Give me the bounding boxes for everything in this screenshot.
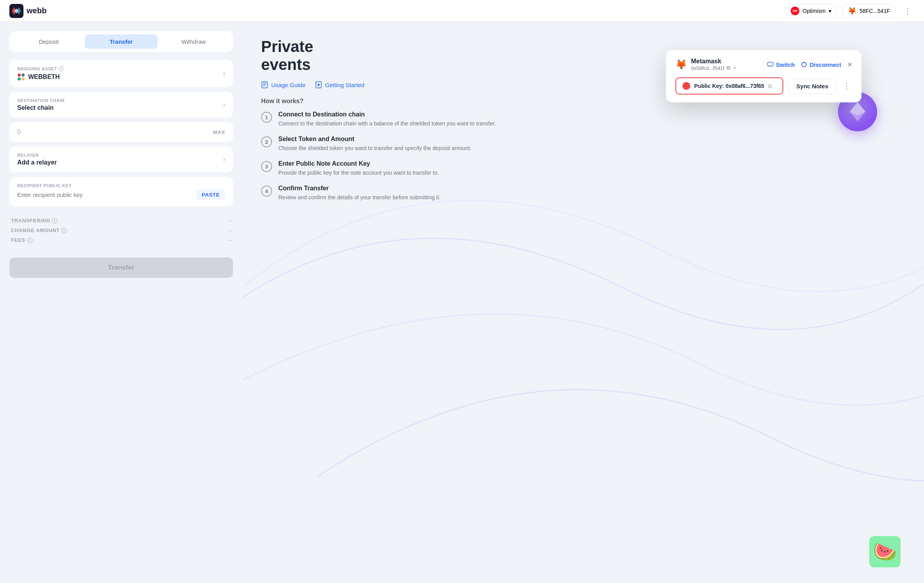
left-panel: Deposit Transfer Withdraw BRIDGING ASSET… — [0, 22, 242, 583]
relayer-value: Add a relayer — [17, 159, 57, 166]
metamask-title: Metamask — [691, 58, 736, 65]
topnav: webb OP Optimism ▾ 🦊 58FC...541F ⋮ — [0, 0, 924, 22]
main-layout: Deposit Transfer Withdraw BRIDGING ASSET… — [0, 22, 924, 583]
change-amount-value: -- — [228, 227, 231, 233]
amount-field: MAX — [9, 122, 233, 142]
popup-header: 🦊 Metamask 0x58fcd...f541f ⧉ ↗ Switch — [675, 58, 852, 71]
svg-point-2 — [21, 73, 25, 77]
step-4-number: 4 — [261, 186, 272, 197]
change-amount-info-icon: i — [61, 228, 67, 233]
popup-close-button[interactable]: × — [847, 60, 852, 69]
pubkey-box: Public Key: 0x08af6...73f65 ⧉ — [675, 77, 783, 95]
fees-row: FEES i -- — [11, 235, 231, 245]
fees-label: FEES i — [11, 237, 32, 243]
step-2-desc: Choose the shielded token you want to tr… — [278, 144, 471, 152]
wallet-address: 58FC...541F — [860, 8, 890, 14]
logo-icon — [9, 4, 23, 18]
amount-input[interactable] — [17, 129, 213, 136]
tab-transfer[interactable]: Transfer — [85, 34, 157, 49]
transferring-info-icon: i — [52, 218, 57, 224]
metamask-address: 0x58fcd...f541f ⧉ ↗ — [691, 65, 736, 71]
disconnect-button[interactable]: Disconnect — [801, 61, 841, 68]
logo-text: webb — [27, 6, 47, 15]
chain-name: Optimism — [802, 8, 826, 14]
popup-actions: Switch Disconnect × — [767, 60, 852, 69]
transferring-row: TRANSFERING i -- — [11, 216, 231, 225]
bridging-asset-chevron-icon: › — [223, 70, 225, 77]
switch-icon — [767, 61, 774, 68]
tab-withdraw[interactable]: Withdraw — [158, 34, 230, 49]
metamask-popup: 🦊 Metamask 0x58fcd...f541f ⧉ ↗ Switch — [666, 50, 861, 102]
svg-rect-7 — [262, 82, 267, 88]
step-2-number: 2 — [261, 136, 272, 147]
step-4: 4 Confirm Transfer Review and confirm th… — [261, 185, 905, 202]
step-1-desc: Connect to the destination chain with a … — [278, 120, 496, 128]
bridging-asset-info-icon: i — [59, 66, 64, 72]
book-icon — [261, 81, 268, 88]
wallet-fox-icon: 🦊 — [848, 7, 856, 15]
sync-notes-button[interactable]: Sync Notes — [788, 79, 836, 94]
fees-value: -- — [228, 237, 231, 243]
recipient-label: RECIPIENT PUBLIC KEY — [17, 183, 225, 188]
play-icon — [315, 81, 322, 88]
wallet-button[interactable]: 🦊 58FC...541F — [842, 4, 896, 18]
destination-chain-value: Select chain — [17, 104, 64, 111]
chain-chevron-icon: ▾ — [829, 8, 831, 14]
topnav-right: OP Optimism ▾ 🦊 58FC...541F ⋮ — [785, 4, 915, 18]
relayer-chevron-icon: › — [223, 156, 225, 163]
switch-button[interactable]: Switch — [767, 61, 795, 68]
paste-button[interactable]: PASTE — [196, 190, 225, 200]
relayer-field[interactable]: RELAYER Add a relayer › — [9, 147, 233, 172]
right-content: 🍉 Privateevents Usage Guide Getting Star… — [242, 22, 924, 583]
tabs-container: Deposit Transfer Withdraw — [9, 31, 233, 52]
getting-started-link[interactable]: Getting Started — [315, 81, 365, 88]
transfer-button[interactable]: Transfer — [9, 258, 233, 278]
step-4-title: Confirm Transfer — [278, 185, 441, 192]
external-address-icon[interactable]: ↗ — [732, 66, 736, 71]
chain-selector-button[interactable]: OP Optimism ▾ — [785, 4, 837, 18]
step-2: 2 Select Token and Amount Choose the shi… — [261, 136, 905, 152]
step-4-desc: Review and confirm the details of your t… — [278, 193, 441, 202]
popup-more-button[interactable]: ⋮ — [841, 80, 852, 92]
step-1: 1 Connect to Destination chain Connect t… — [261, 111, 905, 128]
copy-address-icon[interactable]: ⧉ — [727, 65, 730, 71]
metamask-fox-icon: 🦊 — [675, 59, 687, 70]
transferring-value: -- — [228, 218, 231, 224]
copy-pubkey-icon[interactable]: ⧉ — [768, 83, 772, 89]
bridging-asset-field[interactable]: BRIDGING ASSET i WEBBETH › — [9, 60, 233, 87]
webbeth-logo-icon — [17, 73, 25, 81]
usage-guide-link[interactable]: Usage Guide — [261, 81, 306, 88]
step-1-title: Connect to Destination chain — [278, 111, 496, 118]
step-3-desc: Provide the public key for the note acco… — [278, 169, 439, 177]
step-3-title: Enter Public Note Account Key — [278, 160, 439, 167]
fees-info-icon: i — [27, 238, 32, 243]
how-it-works-section: How it works? 1 Connect to Destination c… — [261, 98, 905, 202]
bridging-asset-value: WEBBETH — [17, 73, 64, 81]
svg-point-3 — [18, 77, 21, 80]
destination-chain-label: DESTINATION CHAIN — [17, 98, 64, 103]
pubkey-text: Public Key: 0x08af6...73f65 — [694, 83, 764, 89]
step-1-number: 1 — [261, 112, 272, 123]
disconnect-icon — [801, 61, 807, 68]
step-3: 3 Enter Public Note Account Key Provide … — [261, 160, 905, 177]
bridging-asset-label: BRIDGING ASSET i — [17, 66, 64, 72]
svg-point-1 — [18, 73, 21, 77]
change-amount-row: CHANGE AMOUNT i -- — [11, 225, 231, 235]
stats-section: TRANSFERING i -- CHANGE AMOUNT i -- FEES… — [9, 211, 233, 250]
change-amount-label: CHANGE AMOUNT i — [11, 227, 67, 233]
recipient-field: RECIPIENT PUBLIC KEY PASTE — [9, 177, 233, 206]
destination-chain-chevron-icon: › — [223, 101, 225, 108]
transferring-label: TRANSFERING i — [11, 218, 57, 224]
popup-header-left: 🦊 Metamask 0x58fcd...f541f ⧉ ↗ — [675, 58, 736, 71]
svg-marker-12 — [318, 83, 320, 86]
pubkey-row: Public Key: 0x08af6...73f65 ⧉ Sync Notes… — [675, 77, 852, 95]
more-options-button[interactable]: ⋮ — [901, 5, 915, 17]
svg-rect-13 — [768, 62, 773, 66]
relayer-label: RELAYER — [17, 153, 57, 157]
max-button[interactable]: MAX — [213, 129, 225, 135]
destination-chain-field[interactable]: DESTINATION CHAIN Select chain › — [9, 92, 233, 118]
tab-deposit[interactable]: Deposit — [13, 34, 85, 49]
chain-icon: OP — [791, 7, 799, 15]
logo: webb — [9, 4, 47, 18]
recipient-input[interactable] — [17, 191, 196, 198]
